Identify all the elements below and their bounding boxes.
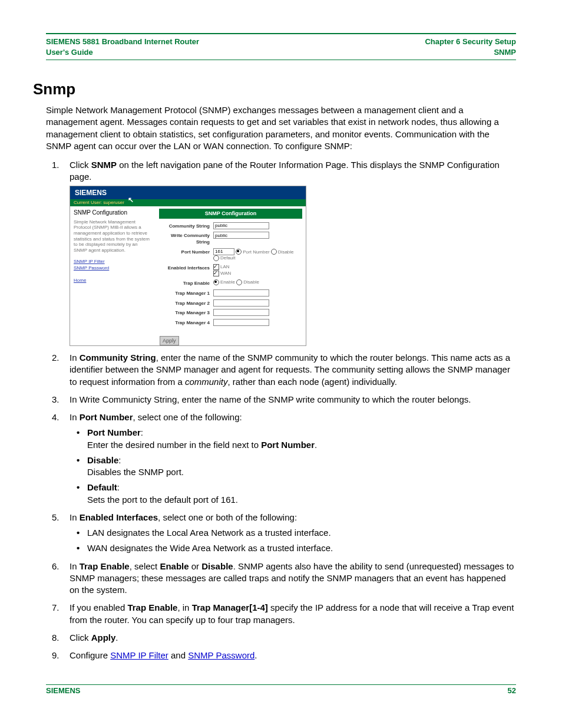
cursor-icon: ↖ (128, 195, 134, 205)
tm1-input[interactable] (213, 289, 269, 297)
port-radio-portnum[interactable] (236, 249, 242, 255)
port-radio-disable[interactable] (271, 249, 277, 255)
shot-side-heading: SNMP Configuration (74, 209, 152, 217)
tm4-input[interactable] (213, 319, 269, 326)
shot-user-row: Current User: superuser (70, 199, 306, 207)
step-3: In Write Communicty String, enter the na… (46, 394, 516, 406)
header-left-line2: User's Guide (46, 47, 199, 58)
shot-conf-title: SNMP Configuration (159, 209, 302, 218)
shot-main: SNMP Configuration Community String Writ… (156, 206, 306, 334)
trap-enable-radio[interactable] (213, 279, 219, 285)
page-header: SIEMENS 5881 Broadband Internet Router U… (46, 37, 516, 57)
shot-brand: SIEMENS (75, 189, 107, 197)
step-8: Click Apply. (46, 632, 516, 644)
step-5: In Enabled Interfaces, select one or bot… (46, 512, 516, 555)
step-4-bullet-3: Default: Sets the port to the default po… (87, 482, 516, 506)
step-7: If you enabled Trap Enable, in Trap Mana… (46, 602, 516, 626)
shot-link-home[interactable]: Home (74, 278, 152, 284)
step-5-bullet-2: WAN designates the Wide Area Network as … (87, 542, 516, 554)
link-snmp-password[interactable]: SNMP Password (188, 650, 254, 660)
port-radio-default[interactable] (213, 255, 219, 261)
link-snmp-ip-filter[interactable]: SNMP IP Filter (110, 650, 168, 660)
step-4: In Port Number, select one of the follow… (46, 411, 516, 506)
port-input[interactable] (213, 248, 234, 255)
write-community-input[interactable] (213, 232, 269, 239)
if-wan-check[interactable] (213, 271, 219, 276)
tm2-input[interactable] (213, 299, 269, 307)
footer-left: SIEMENS (46, 686, 81, 695)
step-4-bullet-1: Port Number: Enter the desired number in… (87, 427, 516, 451)
step-1: Click SNMP on the left navigation pane o… (46, 159, 516, 346)
step-6: In Trap Enable, select Enable or Disable… (46, 561, 516, 597)
shot-link-password[interactable]: SNMP Password (74, 265, 152, 272)
header-left-line1: SIEMENS 5881 Broadband Internet Router (46, 37, 199, 47)
page-footer: SIEMENS 52 (46, 684, 516, 695)
tm3-input[interactable] (213, 309, 269, 316)
header-right-line2: SNMP (425, 47, 516, 58)
footer-right: 52 (508, 686, 516, 695)
step-4-bullet-2: Disable: Disables the SNMP port. (87, 454, 516, 479)
community-input[interactable] (213, 222, 269, 229)
intro-paragraph: Simple Network Management Protocol (SNMP… (46, 104, 516, 152)
step-2: In Community String, enter the name of t… (46, 352, 516, 388)
section-title: Snmp (33, 80, 516, 98)
shot-sidebar: SNMP Configuration Simple Network Manage… (70, 206, 156, 334)
step-9: Configure SNMP IP Filter and SNMP Passwo… (46, 650, 516, 661)
snmp-config-screenshot: SIEMENS ↖ Current User: superuser SNMP C… (70, 186, 306, 346)
shot-link-ipfilter[interactable]: SNMP IP Filter (74, 259, 152, 265)
shot-side-desc: Simple Network Management Protocol (SNMP… (74, 219, 152, 253)
apply-button[interactable]: Apply (160, 336, 179, 345)
header-right-line1: Chapter 6 Security Setup (425, 37, 516, 47)
trap-disable-radio[interactable] (236, 279, 242, 285)
step-5-bullet-1: LAN designates the Local Area Network as… (87, 527, 516, 539)
